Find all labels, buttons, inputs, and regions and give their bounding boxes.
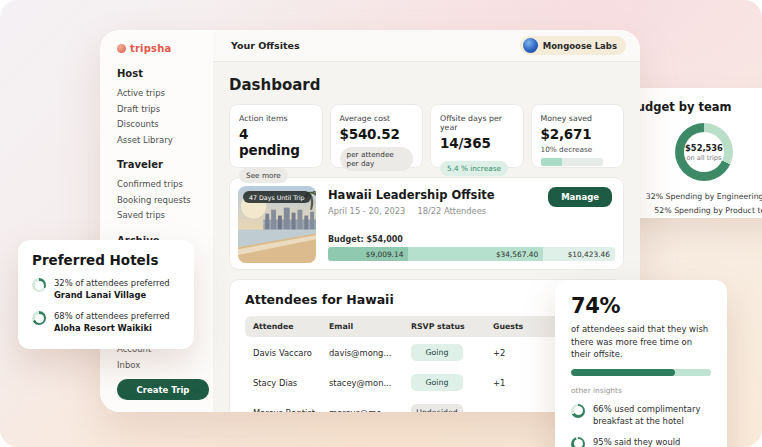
account-avatar [523,38,538,53]
progress-ring-icon [32,278,46,292]
budget-progress-bar: $9,009.14 $34,567.40 $10,423.46 [328,247,615,261]
sidebar-section-traveler: Traveler Confirmed trips Booking request… [117,159,213,224]
trip-details: Hawaii Leadership Offsite April 15 - 20,… [328,186,615,261]
brand-logo-icon [117,44,126,53]
segment-amount: $34,567.40 [496,250,538,259]
trip-attendee-count: 18/22 Attendees [417,206,486,216]
app-window: Budget by team $52,536 on all trips 32% … [0,0,762,447]
insight-item-text: 66% used complimentary breakfast at the … [593,403,711,427]
sidebar-item-asset-library[interactable]: Asset Library [117,133,213,149]
stat-card-offsite-days: Offsite days per year 14/365 5.4 % incre… [430,104,524,168]
budget-label: Budget: $54,000 [328,235,615,244]
segment-amount: $10,423.46 [568,250,610,259]
days-until-trip-badge: 47 Days Until Trip [243,191,311,203]
hotel-name: Grand Lanai Village [54,290,146,300]
trip-meta: April 15 - 20, 2023 18/22 Attendees [328,206,615,216]
progress-ring-icon [571,437,585,447]
budget-segment-3: $10,423.46 [543,247,615,261]
sidebar-item-inbox[interactable]: Inbox [117,358,213,374]
trip-card-hawaii: 47 Days Until Trip Hawaii Leadership Off… [229,177,624,270]
other-insights-label: other insights [571,386,711,395]
account-menu[interactable]: Mongoose Labs [520,36,626,55]
insight-headline-percent: 74% [571,294,711,318]
table-row[interactable]: Marcus Baptist marcus@mo... Undecided [245,397,608,412]
insight-item: 66% used complimentary breakfast at the … [571,403,711,427]
legend-product: 52% Spending by Product team [628,204,762,218]
stat-label: Offsite days per year [440,114,514,132]
budget-donut-chart: $52,536 on all trips [675,123,733,181]
rsvp-badge: Going [411,374,463,391]
sidebar-item-discounts[interactable]: Discounts [117,117,213,133]
sidebar-item-confirmed-trips[interactable]: Confirmed trips [117,177,213,193]
stat-card-action-items: Action items 4 pending See more [229,104,323,168]
hotel-name: Aloha Resort Waikiki [54,323,152,333]
see-more-button[interactable]: See more [239,168,288,183]
sidebar-item-active-trips[interactable]: Active trips [117,86,213,102]
stat-label: Average cost [340,114,414,123]
budget-segment-2: $34,567.40 [408,247,543,261]
stat-badge: per attendee per day [340,147,414,171]
donut-center-label: on all trips [687,154,722,162]
budget-block: Budget: $54,000 $9,009.14 $34,567.40 $10… [328,235,615,261]
page-title: Dashboard [229,76,624,94]
sidebar-item-booking-requests[interactable]: Booking requests [117,193,213,209]
attendee-name: Davis Vaccaro [253,348,329,358]
progress-ring-icon [32,311,46,325]
donut-center: $52,536 on all trips [684,132,724,172]
column-attendee: Attendee [253,322,329,331]
column-rsvp-status: RSVP status [411,322,493,331]
attendee-name: Stacy Dias [253,378,329,388]
hotel-preference-item: 32% of attendees preferred Grand Lanai V… [32,277,180,301]
trip-dates: April 15 - 20, 2023 [328,206,405,216]
table-row[interactable]: Davis Vaccaro davis@mong... Going +2 [245,337,608,367]
stat-value: 14/365 [440,135,514,151]
stat-label: Money saved [541,114,615,123]
stat-label: Action items [239,114,313,123]
insight-item-text: 95% said they would recommend Aloha Reso… [593,436,711,447]
sidebar-section-title: Host [117,68,213,79]
insight-progress-fill [571,369,675,376]
donut-center-value: $52,536 [685,143,723,153]
sidebar-section-host: Host Active trips Draft trips Discounts … [117,68,213,148]
sidebar: tripsha Host Active trips Draft trips Di… [100,30,213,412]
progress-ring-icon [571,404,585,418]
attendee-name: Marcus Baptist [253,408,329,413]
rsvp-badge: Undecided [411,404,463,412]
stat-value: $540.52 [340,126,414,142]
account-name: Mongoose Labs [543,41,617,51]
attendee-email: davis@mong... [329,348,411,358]
brand-logo[interactable]: tripsha [117,43,213,54]
attendees-title: Attendees for Hawaii [245,292,608,307]
manage-button[interactable]: Manage [548,187,612,207]
stat-value: 4 pending [239,126,313,158]
insight-progress-bar [571,369,711,376]
stat-value: $2,671 [541,126,615,142]
table-header-row: Attendee Email RSVP status Guests [245,316,608,337]
stat-cards-row: Action items 4 pending See more Average … [229,104,624,168]
sidebar-item-draft-trips[interactable]: Draft trips [117,102,213,118]
preference-text: 32% of attendees preferred [54,278,170,288]
trip-photo: 47 Days Until Trip [238,186,316,263]
budget-legend: 32% Spending by Engineering team 52% Spe… [628,190,762,218]
topbar: Your Offsites Mongoose Labs [213,30,640,62]
stat-card-average-cost: Average cost $540.52 per attendee per da… [330,104,424,168]
column-email: Email [329,322,411,331]
insight-item: 95% said they would recommend Aloha Reso… [571,436,711,447]
table-row[interactable]: Stacy Dias stacey@mon... Going +1 [245,367,608,397]
attendee-email: marcus@mo... [329,408,411,413]
rsvp-badge: Going [411,344,463,361]
attendee-email: stacey@mon... [329,378,411,388]
insight-headline-text: of attendees said that they wish there w… [571,323,711,361]
budget-by-team-title: Budget by team [628,100,762,114]
segment-amount: $9,009.14 [366,250,404,259]
insights-card: 74% of attendees said that they wish the… [555,280,727,447]
money-saved-progress-fill [541,158,563,166]
stat-card-money-saved: Money saved $2,671 10% decrease [531,104,625,168]
sidebar-item-saved-trips[interactable]: Saved trips [117,208,213,224]
topbar-title: Your Offsites [231,40,300,51]
preferred-hotels-title: Preferred Hotels [32,252,180,268]
budget-segment-1: $9,009.14 [328,247,408,261]
legend-engineering: 32% Spending by Engineering team [628,190,762,204]
sidebar-section-title: Traveler [117,159,213,170]
create-trip-button[interactable]: Create Trip [117,379,209,400]
